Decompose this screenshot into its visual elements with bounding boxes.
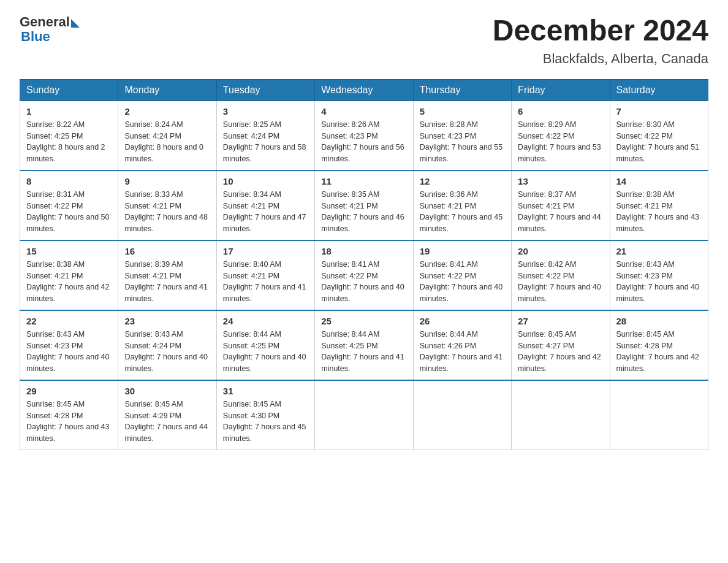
day-info: Sunrise: 8:45 AMSunset: 4:28 PMDaylight:… [616,330,700,373]
calendar-cell: 6 Sunrise: 8:29 AMSunset: 4:22 PMDayligh… [512,101,610,170]
calendar-week-row: 15 Sunrise: 8:38 AMSunset: 4:21 PMDaylig… [20,240,708,310]
day-info: Sunrise: 8:34 AMSunset: 4:21 PMDaylight:… [223,190,306,233]
day-info: Sunrise: 8:40 AMSunset: 4:21 PMDaylight:… [223,260,306,303]
calendar-cell: 8 Sunrise: 8:31 AMSunset: 4:22 PMDayligh… [20,170,118,240]
calendar-day-header: Thursday [413,79,511,101]
day-number: 13 [518,176,603,186]
calendar-cell: 19 Sunrise: 8:41 AMSunset: 4:22 PMDaylig… [413,240,511,310]
calendar-week-row: 29 Sunrise: 8:45 AMSunset: 4:28 PMDaylig… [20,380,708,450]
calendar-day-header: Wednesday [315,79,413,101]
day-number: 24 [223,316,308,326]
calendar-subtitle: Blackfalds, Alberta, Canada [493,51,708,67]
day-number: 19 [420,246,505,256]
day-number: 27 [518,316,603,326]
calendar-cell: 27 Sunrise: 8:45 AMSunset: 4:27 PMDaylig… [512,310,610,380]
calendar-cell: 29 Sunrise: 8:45 AMSunset: 4:28 PMDaylig… [20,380,118,450]
calendar-cell: 30 Sunrise: 8:45 AMSunset: 4:29 PMDaylig… [118,380,216,450]
calendar-cell: 28 Sunrise: 8:45 AMSunset: 4:28 PMDaylig… [610,310,708,380]
day-info: Sunrise: 8:45 AMSunset: 4:28 PMDaylight:… [26,400,110,443]
day-number: 18 [321,246,406,256]
page-header: General Blue December 2024 Blackfalds, A… [20,15,708,67]
day-number: 22 [26,316,112,326]
day-info: Sunrise: 8:41 AMSunset: 4:22 PMDaylight:… [420,260,503,303]
calendar-cell: 22 Sunrise: 8:43 AMSunset: 4:23 PMDaylig… [20,310,118,380]
day-info: Sunrise: 8:38 AMSunset: 4:21 PMDaylight:… [616,190,700,233]
logo-text-blue: Blue [21,29,80,44]
day-info: Sunrise: 8:45 AMSunset: 4:29 PMDaylight:… [124,400,208,443]
day-info: Sunrise: 8:35 AMSunset: 4:21 PMDaylight:… [321,190,404,233]
day-info: Sunrise: 8:43 AMSunset: 4:24 PMDaylight:… [124,330,208,373]
day-info: Sunrise: 8:44 AMSunset: 4:25 PMDaylight:… [223,330,306,373]
calendar-week-row: 22 Sunrise: 8:43 AMSunset: 4:23 PMDaylig… [20,310,708,380]
day-info: Sunrise: 8:43 AMSunset: 4:23 PMDaylight:… [616,260,700,303]
logo: General Blue [20,15,80,44]
calendar-cell: 18 Sunrise: 8:41 AMSunset: 4:22 PMDaylig… [315,240,413,310]
day-info: Sunrise: 8:38 AMSunset: 4:21 PMDaylight:… [26,260,110,303]
calendar-cell: 16 Sunrise: 8:39 AMSunset: 4:21 PMDaylig… [118,240,216,310]
day-number: 30 [124,386,210,396]
calendar-cell [413,380,511,450]
calendar-cell [512,380,610,450]
calendar-title: December 2024 [493,15,708,47]
calendar-cell: 9 Sunrise: 8:33 AMSunset: 4:21 PMDayligh… [118,170,216,240]
day-number: 7 [616,106,702,117]
day-info: Sunrise: 8:26 AMSunset: 4:23 PMDaylight:… [321,120,404,163]
day-number: 28 [616,316,702,326]
calendar-day-header: Saturday [610,79,708,101]
calendar-cell: 2 Sunrise: 8:24 AMSunset: 4:24 PMDayligh… [118,101,216,170]
day-number: 29 [26,386,112,396]
day-number: 14 [616,176,702,186]
day-number: 8 [26,176,112,186]
calendar-cell: 10 Sunrise: 8:34 AMSunset: 4:21 PMDaylig… [216,170,314,240]
day-info: Sunrise: 8:41 AMSunset: 4:22 PMDaylight:… [321,260,404,303]
day-info: Sunrise: 8:36 AMSunset: 4:21 PMDaylight:… [420,190,503,233]
logo-triangle-icon [71,19,80,28]
day-info: Sunrise: 8:44 AMSunset: 4:25 PMDaylight:… [321,330,404,373]
calendar-day-header: Sunday [20,79,118,101]
calendar-cell: 3 Sunrise: 8:25 AMSunset: 4:24 PMDayligh… [216,101,314,170]
calendar-cell: 5 Sunrise: 8:28 AMSunset: 4:23 PMDayligh… [413,101,511,170]
calendar-cell [610,380,708,450]
day-info: Sunrise: 8:42 AMSunset: 4:22 PMDaylight:… [518,260,601,303]
day-info: Sunrise: 8:25 AMSunset: 4:24 PMDaylight:… [223,120,306,163]
calendar-table: SundayMondayTuesdayWednesdayThursdayFrid… [20,79,708,450]
day-number: 16 [124,246,210,256]
day-number: 25 [321,316,406,326]
day-number: 15 [26,246,112,256]
day-info: Sunrise: 8:39 AMSunset: 4:21 PMDaylight:… [124,260,208,303]
calendar-cell: 1 Sunrise: 8:22 AMSunset: 4:25 PMDayligh… [20,101,118,170]
day-info: Sunrise: 8:31 AMSunset: 4:22 PMDaylight:… [26,190,110,233]
day-number: 9 [124,176,210,186]
day-number: 31 [223,386,308,396]
day-number: 26 [420,316,505,326]
logo-text-general: General [20,15,70,29]
calendar-cell: 26 Sunrise: 8:44 AMSunset: 4:26 PMDaylig… [413,310,511,380]
calendar-cell: 24 Sunrise: 8:44 AMSunset: 4:25 PMDaylig… [216,310,314,380]
day-number: 1 [26,106,112,117]
calendar-cell: 17 Sunrise: 8:40 AMSunset: 4:21 PMDaylig… [216,240,314,310]
day-info: Sunrise: 8:24 AMSunset: 4:24 PMDaylight:… [124,120,203,163]
calendar-cell: 15 Sunrise: 8:38 AMSunset: 4:21 PMDaylig… [20,240,118,310]
day-number: 6 [518,106,603,117]
calendar-day-header: Monday [118,79,216,101]
calendar-day-header: Friday [512,79,610,101]
calendar-day-header: Tuesday [216,79,314,101]
day-number: 5 [420,106,505,117]
calendar-cell: 23 Sunrise: 8:43 AMSunset: 4:24 PMDaylig… [118,310,216,380]
calendar-cell: 13 Sunrise: 8:37 AMSunset: 4:21 PMDaylig… [512,170,610,240]
day-info: Sunrise: 8:44 AMSunset: 4:26 PMDaylight:… [420,330,503,373]
calendar-header-row: SundayMondayTuesdayWednesdayThursdayFrid… [20,79,708,101]
day-number: 4 [321,106,406,117]
calendar-cell: 7 Sunrise: 8:30 AMSunset: 4:22 PMDayligh… [610,101,708,170]
calendar-cell: 25 Sunrise: 8:44 AMSunset: 4:25 PMDaylig… [315,310,413,380]
day-info: Sunrise: 8:30 AMSunset: 4:22 PMDaylight:… [616,120,700,163]
day-number: 2 [124,106,210,117]
day-info: Sunrise: 8:45 AMSunset: 4:27 PMDaylight:… [518,330,601,373]
day-info: Sunrise: 8:43 AMSunset: 4:23 PMDaylight:… [26,330,110,373]
day-info: Sunrise: 8:22 AMSunset: 4:25 PMDaylight:… [26,120,105,163]
day-info: Sunrise: 8:33 AMSunset: 4:21 PMDaylight:… [124,190,208,233]
day-number: 23 [124,316,210,326]
calendar-cell: 31 Sunrise: 8:45 AMSunset: 4:30 PMDaylig… [216,380,314,450]
day-info: Sunrise: 8:28 AMSunset: 4:23 PMDaylight:… [420,120,503,163]
calendar-week-row: 8 Sunrise: 8:31 AMSunset: 4:22 PMDayligh… [20,170,708,240]
